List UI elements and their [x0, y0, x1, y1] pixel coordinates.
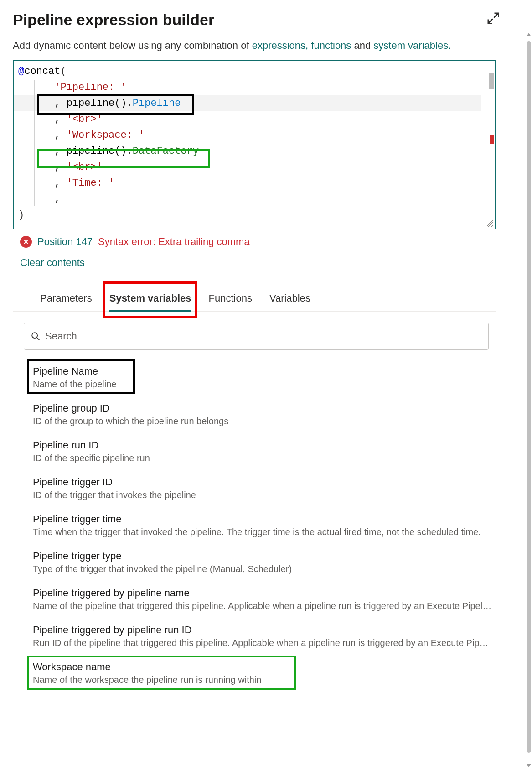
sysvar-item-title: Pipeline triggered by pipeline name [33, 587, 502, 599]
sysvar-item-title: Pipeline Name [33, 365, 502, 377]
error-position: Position 147 [37, 236, 93, 248]
error-icon [20, 236, 32, 248]
sysvar-item-title: Pipeline triggered by pipeline run ID [33, 624, 502, 636]
sysvar-item-desc: ID of the trigger that invokes the pipel… [33, 490, 493, 500]
search-box[interactable] [24, 323, 489, 350]
sysvar-item[interactable]: Pipeline trigger typeType of the trigger… [33, 550, 502, 574]
sysvar-item-title: Pipeline trigger time [33, 513, 502, 525]
sysvar-item[interactable]: Pipeline triggered by pipeline run IDRun… [33, 624, 502, 648]
search-icon [31, 331, 41, 341]
sysvar-item[interactable]: Pipeline triggered by pipeline nameName … [33, 587, 502, 611]
sysvar-item-desc: ID of the group to which the pipeline ru… [33, 416, 493, 427]
sysvar-item-desc: Name of the workspace the pipeline run i… [33, 675, 493, 685]
clear-contents-link[interactable]: Clear contents [20, 257, 85, 269]
sysvar-item[interactable]: Pipeline group IDID of the group to whic… [33, 402, 502, 427]
expression-editor[interactable]: @concat( 'Pipeline: ' , pipeline().Pipel… [13, 60, 496, 229]
sysvar-item-desc: Name of the pipeline [33, 379, 493, 390]
tab-system-variables[interactable]: System variables [109, 288, 191, 312]
sysvar-item-desc: Type of the trigger that invoked the pip… [33, 564, 493, 574]
editor-minimap[interactable] [481, 61, 495, 229]
sysvar-item[interactable]: Pipeline NameName of the pipeline [33, 365, 502, 390]
sysvar-item-desc: Name of the pipeline that triggered this… [33, 601, 493, 611]
sysvar-item-desc: Run ID of the pipeline that triggered th… [33, 638, 493, 648]
tab-functions[interactable]: Functions [209, 288, 252, 311]
intro-prefix: Add dynamic content below using any comb… [13, 40, 252, 51]
svg-point-0 [32, 333, 37, 338]
page-title: Pipeline expression builder [13, 11, 214, 29]
tabs: ParametersSystem variablesFunctionsVaria… [13, 288, 496, 312]
sysvar-item-title: Pipeline group ID [33, 402, 502, 414]
intro-mid: and [354, 40, 373, 51]
system-variables-list: Pipeline NameName of the pipelinePipelin… [33, 365, 502, 685]
search-input[interactable] [45, 330, 482, 342]
scrollbar-up-arrow[interactable] [527, 33, 531, 36]
scrollbar-down-arrow[interactable] [527, 764, 531, 767]
error-message: Syntax error: Extra trailing comma [98, 236, 250, 248]
tab-parameters[interactable]: Parameters [40, 288, 92, 311]
intro-text: Add dynamic content below using any comb… [13, 40, 518, 52]
sysvar-item[interactable]: Pipeline run IDID of the specific pipeli… [33, 439, 502, 464]
link-functions[interactable]: functions [311, 40, 351, 51]
sysvar-item-title: Pipeline run ID [33, 439, 502, 451]
sysvar-item-title: Pipeline trigger ID [33, 476, 502, 488]
link-system-variables[interactable]: system variables. [373, 40, 451, 51]
sysvar-item[interactable]: Pipeline trigger IDID of the trigger tha… [33, 476, 502, 500]
sysvar-item-desc: ID of the specific pipeline run [33, 453, 493, 464]
editor-resize-handle[interactable] [487, 220, 493, 227]
sysvar-item-title: Pipeline trigger type [33, 550, 502, 562]
sysvar-item[interactable]: Pipeline trigger timeTime when the trigg… [33, 513, 502, 537]
expand-icon[interactable] [486, 11, 500, 27]
scrollbar-thumb[interactable] [527, 41, 531, 753]
sysvar-item[interactable]: Workspace nameName of the workspace the … [33, 661, 502, 685]
tab-variables[interactable]: Variables [269, 288, 310, 311]
link-expressions[interactable]: expressions, [252, 40, 309, 51]
sysvar-item-title: Workspace name [33, 661, 502, 673]
sysvar-item-desc: Time when the trigger that invoked the p… [33, 527, 493, 537]
